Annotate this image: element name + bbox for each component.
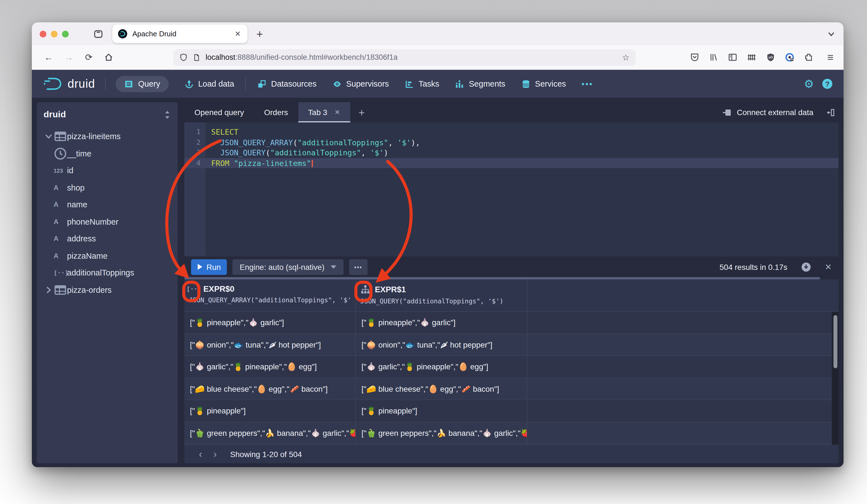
page-info-icon[interactable] [193, 53, 201, 61]
extensions-icon[interactable] [804, 53, 813, 62]
tree-item[interactable]: A address [44, 230, 171, 247]
tracking-shield-icon[interactable] [179, 53, 188, 62]
panel-resize-handle[interactable] [184, 277, 820, 279]
nav-item[interactable]: Supervisors [332, 76, 389, 92]
svg-text:uO: uO [768, 56, 773, 59]
segments-icon [455, 79, 464, 88]
tree-item[interactable]: A shop [44, 179, 171, 196]
browser-tab-apache-druid[interactable]: Apache Druid ✕ [112, 24, 247, 43]
tree-item[interactable]: [··] additionalToppings [44, 264, 171, 281]
tree-item[interactable]: __time [44, 145, 171, 162]
library-icon[interactable] [709, 53, 718, 62]
table-cell-expr0[interactable]: ["🍍 pineapple"] [184, 400, 356, 421]
close-window-button[interactable] [40, 31, 46, 37]
sql-editor[interactable]: 1 SELECT 2 JSON_QUERY_ARRAY("additionalT… [184, 122, 838, 256]
download-results-icon[interactable] [801, 262, 811, 272]
tree-item[interactable]: pizza-orders [44, 281, 171, 298]
sidebar-icon[interactable] [728, 53, 737, 62]
table-cell-empty [527, 334, 838, 355]
run-button[interactable]: Run [191, 259, 227, 275]
run-bar: Run Engine: auto (sql-native) ••• 504 re… [184, 256, 838, 277]
more-options-button[interactable]: ••• [349, 259, 367, 275]
tree-item[interactable]: 123 id [44, 162, 171, 179]
home-button[interactable] [104, 53, 114, 62]
table-cell-expr1[interactable]: ["🫑 green peppers","🍌 banana","🧄 garlic"… [356, 422, 527, 444]
reload-button[interactable]: ⟳ [84, 52, 94, 63]
next-page-button[interactable]: › [208, 449, 222, 459]
query-tab[interactable]: Tab 3 ✕ [298, 102, 350, 122]
table-cell-expr1[interactable]: ["🧀 blue cheese","🥚 egg","🥓 bacon"] [356, 378, 527, 399]
sort-double-caret-icon[interactable] [164, 110, 171, 119]
results-scrollbar-track[interactable] [832, 312, 838, 445]
tree-item[interactable]: A phoneNumber [44, 213, 171, 230]
nav-right-actions: ⚙ ? [804, 78, 832, 89]
druid-favicon-icon [118, 29, 127, 39]
firefox-view-icon[interactable] [93, 29, 103, 39]
nav-item[interactable]: Load data [184, 76, 234, 92]
results-scrollbar-thumb[interactable] [833, 315, 837, 368]
settings-gear-icon[interactable]: ⚙ [804, 78, 814, 89]
chevron-down-icon[interactable] [44, 131, 54, 142]
column-header[interactable]: [··] EXPR$0 JSON_QUERY_ARRAY("additional… [184, 279, 356, 311]
table-cell-empty [527, 378, 838, 399]
close-results-icon[interactable]: ✕ [825, 262, 832, 272]
table-cell-expr0[interactable]: ["🧀 blue cheese","🥚 egg","🥓 bacon"] [184, 378, 356, 399]
string-icon: A [54, 252, 67, 260]
table-cell-expr1[interactable]: ["🧄 garlic","🍍 pineapple","🥚 egg"] [356, 356, 527, 377]
minimize-window-button[interactable] [51, 31, 57, 37]
query-tab[interactable]: Opened query [184, 102, 254, 122]
help-icon[interactable]: ? [822, 79, 832, 89]
nav-item[interactable]: Tasks [405, 76, 439, 92]
close-tab-icon[interactable]: ✕ [234, 30, 242, 38]
table-cell-expr0[interactable]: ["🧅 onion","🐟 tuna","🌶 hot pepper"] [184, 334, 356, 355]
tree-item[interactable]: A name [44, 196, 171, 213]
nav-item[interactable]: Segments [455, 76, 505, 92]
query-icon [124, 79, 133, 88]
table-cell-expr0[interactable]: ["🍍 pineapple","🧄 garlic"] [184, 312, 356, 333]
menu-hamburger-icon[interactable]: ≡ [827, 52, 834, 63]
column-header[interactable]: EXPR$1 JSON_QUERY("additionalToppings", … [356, 279, 527, 311]
editor-line: 1 SELECT [184, 127, 838, 137]
collapse-panel-icon[interactable] [826, 108, 835, 117]
schema-tree: pizza-lineitems __time 123 id [44, 128, 171, 298]
code-text: FROM "pizza-lineitems" [206, 158, 313, 168]
bookmark-star-icon[interactable]: ☆ [622, 52, 630, 62]
connect-external-data-button[interactable]: Connect external data [722, 108, 813, 117]
column-expression: JSON_QUERY_ARRAY("additionalToppings", '… [189, 296, 350, 304]
table-cell-expr0[interactable]: ["🫑 green peppers","🍌 banana","🧄 garlic"… [184, 422, 356, 444]
back-button[interactable]: ← [44, 52, 54, 62]
tree-item[interactable]: A pizzaName [44, 247, 171, 264]
table-cell-expr0[interactable]: ["🧄 garlic","🍍 pineapple","🥚 egg"] [184, 356, 356, 377]
address-bar[interactable]: localhost:8888/unified-console.html#work… [173, 49, 636, 66]
supervisors-icon [332, 79, 342, 88]
close-tab-icon[interactable]: ✕ [335, 108, 340, 116]
chevron-right-icon[interactable] [44, 285, 54, 295]
query-tab[interactable]: Orders [254, 102, 298, 122]
pocket-icon[interactable] [690, 53, 699, 62]
line-number: 1 [184, 127, 206, 137]
play-icon [197, 264, 202, 270]
table-cell-expr1[interactable]: ["🍍 pineapple","🧄 garlic"] [356, 312, 527, 333]
onepassword-icon[interactable] [785, 53, 794, 62]
nav-item[interactable]: Services [521, 76, 566, 92]
nav-item[interactable]: Query [116, 76, 169, 92]
zoom-window-button[interactable] [62, 31, 69, 37]
schema-title: druid [44, 109, 66, 120]
table-row: ["🍍 pineapple","🧄 garlic"] ["🍍 pineapple… [184, 312, 838, 334]
druid-brand[interactable]: druid [43, 76, 95, 92]
results-footer: ‹ › Showing 1-20 of 504 [184, 444, 838, 463]
containers-icon[interactable] [747, 53, 757, 62]
forward-button[interactable]: → [64, 52, 74, 62]
tree-item[interactable]: pizza-lineitems [44, 128, 171, 145]
ublock-icon[interactable]: uO [766, 53, 775, 62]
new-tab-button[interactable]: + [256, 28, 263, 40]
table-cell-expr1[interactable]: ["🧅 onion","🐟 tuna","🌶 hot pepper"] [356, 334, 527, 355]
new-query-tab-button[interactable]: + [358, 107, 365, 118]
nav-item[interactable]: ••• [581, 76, 596, 92]
editor-line: 3 JSON_QUERY("additionalToppings", '$') [184, 148, 838, 158]
table-cell-expr1[interactable]: ["🍍 pineapple"] [356, 400, 527, 421]
nav-item[interactable]: Datasources [257, 76, 317, 92]
list-tabs-chevron-icon[interactable] [827, 29, 836, 38]
engine-select-button[interactable]: Engine: auto (sql-native) [232, 259, 344, 275]
prev-page-button[interactable]: ‹ [193, 449, 208, 459]
